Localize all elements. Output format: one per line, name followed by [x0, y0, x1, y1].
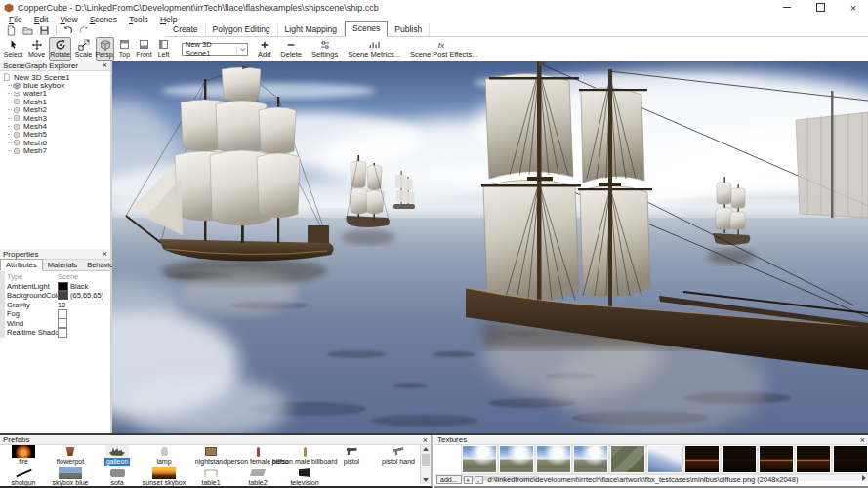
- chevron-down-icon: [236, 46, 247, 53]
- prefab-item-galleon[interactable]: galleon: [94, 445, 141, 467]
- darksunset-texture-thumbnail[interactable]: [684, 445, 720, 473]
- title-bar: CopperCube - D:\LinkedFromC\Development\…: [0, 0, 868, 15]
- tab-create[interactable]: Create: [166, 23, 206, 36]
- darksunset-texture-thumbnail[interactable]: [796, 445, 831, 473]
- move-tool-button[interactable]: Move: [25, 37, 48, 61]
- prefab-item-fire[interactable]: fire: [0, 445, 47, 467]
- new-document-icon[interactable]: [3, 24, 20, 37]
- texture-plus-button[interactable]: +: [464, 476, 473, 484]
- wind-checkbox[interactable]: [58, 318, 67, 328]
- tab-scenes[interactable]: Scenes: [345, 21, 388, 37]
- close-icon[interactable]: ×: [860, 436, 865, 444]
- menu-help[interactable]: Help: [154, 15, 183, 24]
- prefab-item-sunset-skybox[interactable]: sunset skybox: [141, 467, 187, 486]
- scale-tool-button[interactable]: Scale: [72, 37, 95, 61]
- menu-file[interactable]: File: [3, 15, 28, 24]
- select-tool-button[interactable]: Select: [2, 37, 24, 61]
- front-tool-button[interactable]: Front: [135, 37, 153, 61]
- scene-post-effects-button[interactable]: fxScene Post Effects...: [410, 40, 477, 59]
- maximize-button[interactable]: [806, 0, 835, 15]
- property-name: AmbientLight: [7, 282, 58, 291]
- dark-texture-thumbnail[interactable]: [833, 445, 868, 473]
- color-swatch[interactable]: [58, 282, 68, 291]
- scrollbar-thumb[interactable]: [422, 454, 430, 466]
- prefab-item-television[interactable]: television: [281, 467, 328, 486]
- undo-icon[interactable]: [60, 24, 76, 37]
- terrain-texture-thumbnail[interactable]: [610, 445, 645, 473]
- tool-label: Scale: [75, 51, 93, 58]
- add-texture-button[interactable]: add...: [436, 475, 462, 484]
- prefab-item-sofa[interactable]: sofa: [94, 467, 141, 486]
- redo-icon[interactable]: [76, 24, 93, 37]
- action-label: Scene Post Effects...: [410, 51, 477, 59]
- viewtop-icon: [119, 38, 130, 51]
- menu-edit[interactable]: Edit: [28, 15, 55, 24]
- maximize-icon: [816, 3, 825, 12]
- persp-icon: [100, 38, 111, 51]
- prefab-label: pistol hand: [382, 458, 415, 466]
- color-swatch[interactable]: [58, 291, 68, 300]
- prefab-item-flowerpot[interactable]: flowerpot: [47, 445, 94, 467]
- action-label: Add: [258, 51, 270, 59]
- prefab-label: sofa: [110, 479, 123, 486]
- close-icon[interactable]: ×: [103, 61, 107, 69]
- prefab-label: flowerpot: [57, 458, 84, 466]
- left-tool-button[interactable]: Left: [154, 37, 173, 61]
- skyterrain-texture-thumbnail[interactable]: [536, 445, 571, 473]
- tab-light-mapping[interactable]: Light Mapping: [278, 23, 345, 36]
- settings-button[interactable]: Settings: [311, 40, 338, 59]
- properties-rows: TypeSceneAmbientLightBlackBackgroundColo…: [0, 271, 110, 338]
- properties-tab-attributes[interactable]: Attributes: [0, 259, 43, 271]
- skyterrain-texture-thumbnail[interactable]: [499, 445, 534, 473]
- prefab-item-shotgun[interactable]: shotgun: [0, 467, 47, 486]
- realtime-shadows-checkbox[interactable]: [58, 328, 67, 338]
- close-icon[interactable]: ×: [423, 436, 428, 444]
- menu-scenes[interactable]: Scenes: [84, 15, 123, 24]
- texture-minus-button[interactable]: -: [475, 476, 483, 484]
- scroll-down-icon[interactable]: [421, 476, 431, 484]
- tab-publish[interactable]: Publish: [388, 23, 430, 36]
- scenegraph-node-mesh7[interactable]: Mesh7: [3, 147, 110, 155]
- prefab-label: pistol: [344, 458, 359, 466]
- fog-checkbox[interactable]: [58, 309, 67, 319]
- prefab-label: sunset skybox: [143, 479, 186, 486]
- cloud-texture-thumbnail[interactable]: [647, 445, 682, 473]
- close-icon[interactable]: ×: [103, 250, 107, 258]
- prefab-item-lamp[interactable]: lamp: [141, 445, 187, 467]
- scene-metrics-button[interactable]: Scene Metrics...: [348, 40, 400, 59]
- skyterrain-texture-thumbnail[interactable]: [573, 445, 608, 473]
- value-text[interactable]: 10: [58, 301, 65, 309]
- save-icon[interactable]: [36, 24, 53, 37]
- rotate-tool-button[interactable]: Rotate: [49, 37, 71, 61]
- prefab-item-table2[interactable]: table2: [234, 467, 281, 486]
- close-button[interactable]: ×: [839, 0, 868, 15]
- prefab-item-skybox-blue[interactable]: skybox blue: [47, 467, 94, 486]
- properties-tab-materials[interactable]: Materials: [43, 260, 82, 270]
- top-tool-button[interactable]: Top: [115, 37, 134, 61]
- prefabs-scrollbar[interactable]: [420, 445, 431, 484]
- scroll-up-icon[interactable]: [421, 445, 431, 453]
- viewleft-icon: [158, 38, 169, 51]
- delete-button[interactable]: Delete: [280, 40, 302, 59]
- skyterrain-texture-thumbnail[interactable]: [462, 445, 497, 473]
- textures-header: Textures ×: [434, 435, 868, 445]
- minimize-button[interactable]: [772, 0, 802, 15]
- prefab-item-table1[interactable]: table1: [187, 467, 234, 486]
- dark-texture-thumbnail[interactable]: [722, 445, 757, 473]
- tab-polygon-editing[interactable]: Polygon Editing: [206, 23, 278, 36]
- add-button[interactable]: Add: [258, 40, 270, 59]
- prefab-item-pistol[interactable]: pistol: [328, 445, 375, 467]
- persp-tool-button[interactable]: Persp.: [96, 37, 114, 61]
- viewport-3d-scene[interactable]: [112, 61, 868, 433]
- menu-tools[interactable]: Tools: [123, 15, 154, 24]
- darksunset-texture-thumbnail[interactable]: [759, 445, 794, 473]
- open-file-icon[interactable]: [20, 24, 36, 37]
- galleon-thumbnail-icon: [105, 445, 129, 458]
- property-row-backgroundcolor: BackgroundColor(65,65,65): [7, 291, 110, 301]
- main-tabs: CreatePolygon EditingLight MappingScenes…: [166, 23, 868, 37]
- scene-selector-dropdown[interactable]: New 3D Scene1: [182, 43, 248, 56]
- menu-view[interactable]: View: [54, 15, 83, 24]
- prefab-item-person-male-billboard[interactable]: person male billboard: [281, 445, 328, 467]
- prefab-item-pistol-hand[interactable]: pistol hand: [375, 445, 420, 467]
- property-name: Wind: [7, 319, 58, 328]
